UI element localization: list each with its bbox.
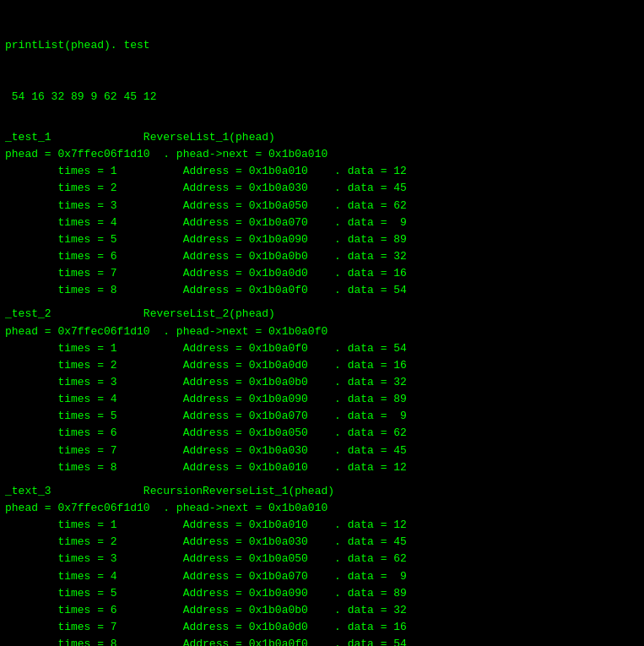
table-row: times = 2 Address = 0x1b0a0d0 . data = 1… — [5, 357, 639, 374]
table-row: times = 1 Address = 0x1b0a0f0 . data = 5… — [5, 340, 639, 357]
table-row: times = 5 Address = 0x1b0a070 . data = 9 — [5, 408, 639, 425]
section-function-test1: ReverseList_1(phead) — [51, 131, 275, 144]
table-row: times = 7 Address = 0x1b0a0d0 . data = 1… — [5, 265, 639, 282]
table-row: times = 3 Address = 0x1b0a050 . data = 6… — [5, 198, 639, 214]
section-label-test3: _text_3 — [5, 485, 51, 497]
phead-line-test2: phead = 0x7ffec06f1d10 . phead->next = 0… — [5, 323, 639, 340]
section-function-test3: RecursionReverseList_1(phead) — [51, 485, 334, 497]
table-row: times = 2 Address = 0x1b0a030 . data = 4… — [5, 534, 639, 551]
section-header-test1: _test_1 ReverseList_1(phead) — [5, 129, 639, 146]
terminal-output: printList(phead). test 54 16 32 89 9 62 … — [5, 3, 639, 122]
header-line2: 54 16 32 89 9 62 45 12 — [5, 89, 639, 106]
table-row: times = 6 Address = 0x1b0a0b0 . data = 3… — [5, 248, 639, 265]
table-row: times = 8 Address = 0x1b0a0f0 . data = 5… — [5, 636, 639, 646]
table-row: times = 3 Address = 0x1b0a050 . data = 6… — [5, 551, 639, 567]
table-row: times = 7 Address = 0x1b0a030 . data = 4… — [5, 442, 639, 459]
header-line1: printList(phead). test — [5, 37, 639, 54]
table-row: times = 4 Address = 0x1b0a090 . data = 8… — [5, 391, 639, 408]
table-row: times = 1 Address = 0x1b0a010 . data = 1… — [5, 163, 639, 180]
table-row: times = 7 Address = 0x1b0a0d0 . data = 1… — [5, 619, 639, 636]
section-test1: _test_1 ReverseList_1(phead)phead = 0x7f… — [5, 129, 639, 299]
table-row: times = 6 Address = 0x1b0a050 . data = 6… — [5, 425, 639, 442]
section-header-test2: _test_2 ReverseList_2(phead) — [5, 306, 639, 323]
table-row: times = 4 Address = 0x1b0a070 . data = 9 — [5, 568, 639, 585]
table-row: times = 3 Address = 0x1b0a0b0 . data = 3… — [5, 374, 639, 391]
table-row: times = 6 Address = 0x1b0a0b0 . data = 3… — [5, 602, 639, 619]
section-test2: _test_2 ReverseList_2(phead)phead = 0x7f… — [5, 306, 639, 475]
section-label-test1: _test_1 — [5, 131, 51, 144]
table-row: times = 2 Address = 0x1b0a030 . data = 4… — [5, 180, 639, 197]
table-row: times = 5 Address = 0x1b0a090 . data = 8… — [5, 585, 639, 602]
table-row: times = 8 Address = 0x1b0a010 . data = 1… — [5, 459, 639, 476]
phead-line-test3: phead = 0x7ffec06f1d10 . phead->next = 0… — [5, 500, 639, 517]
table-row: times = 4 Address = 0x1b0a070 . data = 9 — [5, 214, 639, 231]
section-function-test2: ReverseList_2(phead) — [51, 307, 275, 320]
section-label-test2: _test_2 — [5, 307, 51, 320]
table-row: times = 1 Address = 0x1b0a010 . data = 1… — [5, 517, 639, 534]
phead-line-test1: phead = 0x7ffec06f1d10 . phead->next = 0… — [5, 146, 639, 163]
section-header-test3: _text_3 RecursionReverseList_1(phead) — [5, 483, 639, 500]
table-row: times = 8 Address = 0x1b0a0f0 . data = 5… — [5, 282, 639, 299]
table-row: times = 5 Address = 0x1b0a090 . data = 8… — [5, 231, 639, 248]
section-test3: _text_3 RecursionReverseList_1(phead)phe… — [5, 483, 639, 646]
